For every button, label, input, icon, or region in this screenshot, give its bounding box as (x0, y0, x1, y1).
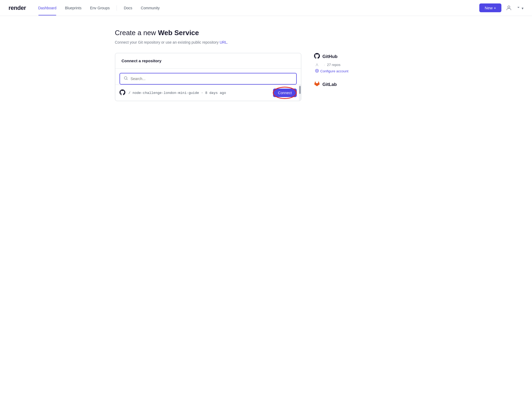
page-subtitle: Connect your Git repository or use an ex… (115, 40, 417, 44)
repo-list: / node-challenge-london-mini-guide · 8 d… (115, 85, 301, 101)
github-header: GitHub (314, 53, 383, 60)
new-button[interactable]: New + (479, 3, 501, 12)
content-layout: Connect a repository (115, 53, 417, 101)
search-icon (124, 76, 128, 81)
search-container (115, 69, 301, 85)
nav-item-env-groups[interactable]: Env Groups (86, 4, 113, 12)
nav-item-blueprints[interactable]: Blueprints (61, 4, 85, 12)
github-section: GitHub · 27 repos (314, 53, 383, 73)
nav-item-docs[interactable]: Docs (120, 4, 136, 12)
gitlab-name: GitLab (323, 82, 337, 87)
svg-line-2 (126, 79, 127, 80)
chevron-down-icon[interactable]: ▾ (516, 5, 523, 10)
search-input-wrapper (119, 73, 297, 85)
configure-icon (315, 69, 319, 73)
nav-item-community[interactable]: Community (137, 4, 163, 12)
connect-btn-wrapper: Connect (273, 89, 296, 97)
gitlab-section: GitLab (314, 81, 383, 88)
nav-separator (117, 5, 117, 11)
svg-point-0 (508, 6, 510, 8)
search-input[interactable] (131, 77, 292, 81)
left-panel: Connect a repository (115, 53, 301, 101)
svg-point-4 (316, 70, 317, 71)
scrollbar[interactable] (299, 85, 301, 101)
brand-logo: render (9, 5, 26, 11)
repo-item: / node-challenge-london-mini-guide · 8 d… (115, 85, 301, 101)
main-content: Create a new Web Service Connect your Gi… (106, 16, 426, 114)
repo-info: / node-challenge-london-mini-guide · 8 d… (129, 91, 270, 95)
nav-item-dashboard[interactable]: Dashboard (34, 4, 60, 12)
user-small-icon (315, 63, 319, 67)
right-panel: GitHub · 27 repos (314, 53, 383, 95)
gitlab-icon (314, 81, 320, 88)
github-octocat-icon (119, 89, 125, 97)
connect-button[interactable]: Connect (273, 89, 296, 97)
svg-point-3 (316, 64, 317, 65)
navbar: render Dashboard Blueprints Env Groups D… (0, 0, 532, 16)
github-icon (314, 53, 320, 60)
navbar-right: New + ▾ (479, 3, 523, 12)
gitlab-header: GitLab (314, 81, 383, 88)
github-meta: · 27 repos (315, 63, 383, 67)
nav-links: Dashboard Blueprints Env Groups Docs Com… (34, 4, 479, 12)
user-icon[interactable] (505, 4, 513, 12)
repo-card: Connect a repository (115, 53, 301, 101)
scrollbar-thumb (299, 86, 301, 94)
repo-card-header: Connect a repository (115, 53, 301, 69)
page-title: Create a new Web Service (115, 29, 417, 37)
url-link[interactable]: URL (220, 40, 227, 44)
configure-account-link[interactable]: Configure account (315, 69, 383, 73)
github-name: GitHub (323, 54, 338, 59)
settings-icon (315, 69, 319, 73)
